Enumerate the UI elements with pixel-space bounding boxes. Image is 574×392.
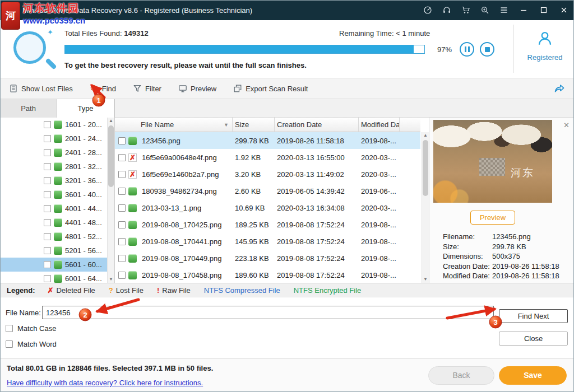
toolbar-button-find[interactable]: Find xyxy=(90,84,116,93)
item-checkbox[interactable] xyxy=(44,177,51,184)
row-checkbox[interactable] xyxy=(118,255,126,262)
file-icon xyxy=(128,237,138,246)
tree-item[interactable]: 1601 - 20... xyxy=(0,118,114,132)
item-checkbox[interactable] xyxy=(44,149,51,156)
stop-icon xyxy=(485,47,490,52)
item-checkbox[interactable] xyxy=(44,261,51,268)
detail-label: Modified Date: xyxy=(443,271,492,281)
tree-item[interactable]: 2401 - 28... xyxy=(0,146,114,160)
column-file-name[interactable]: File Name▼ xyxy=(138,118,233,132)
row-checkbox[interactable] xyxy=(118,137,126,144)
registered-account[interactable]: Registered xyxy=(520,30,570,62)
scroll-up-arrow[interactable]: ▲ xyxy=(422,132,429,139)
support-headset-icon[interactable] xyxy=(437,0,456,20)
item-checkbox[interactable] xyxy=(44,205,51,212)
file-modified: 2020-03-... xyxy=(359,153,400,162)
column-modified-date[interactable]: Modified Dat... xyxy=(359,118,400,132)
column-size[interactable]: Size xyxy=(233,118,275,132)
scrollbar-thumb[interactable] xyxy=(423,140,428,196)
tree-item-label: 5601 - 60... xyxy=(65,260,102,269)
item-checkbox[interactable] xyxy=(44,247,51,254)
maximize-button[interactable] xyxy=(534,0,554,20)
tree-item[interactable]: 2001 - 24... xyxy=(0,132,114,146)
file-created: 2019-08-08 17:52:24 xyxy=(275,221,359,229)
item-checkbox[interactable] xyxy=(44,219,51,226)
file-type-icon xyxy=(54,260,62,269)
menu-icon[interactable] xyxy=(494,0,513,20)
table-row[interactable]: ✗ 16f5e69e1460b2a7.png 3.20 KB 2020-03-1… xyxy=(115,166,420,183)
tree-item[interactable]: 5201 - 56... xyxy=(0,244,114,258)
tree-scrollbar[interactable]: ▲ ▼ xyxy=(107,118,114,283)
table-row[interactable]: 2019-08-08_170425.png 189.25 KB 2019-08-… xyxy=(115,216,420,233)
detail-row: Creation Date: 2019-08-26 11:58:18 xyxy=(443,262,571,272)
table-row[interactable]: 180938_94862734.png 2.60 KB 2019-06-05 1… xyxy=(115,183,420,199)
item-checkbox[interactable] xyxy=(44,163,51,170)
tree-item[interactable]: 6001 - 64... xyxy=(0,272,114,283)
preview-close-icon[interactable]: ✕ xyxy=(563,121,570,129)
show-lost-files-icon xyxy=(9,84,18,93)
progress-fill xyxy=(65,45,414,53)
item-checkbox[interactable] xyxy=(44,191,51,198)
item-checkbox[interactable] xyxy=(44,233,51,240)
share-icon[interactable] xyxy=(554,83,566,95)
row-checkbox[interactable] xyxy=(118,171,126,178)
toolbar-button-export-scan-result[interactable]: Export Scan Result xyxy=(233,84,308,93)
item-checkbox[interactable] xyxy=(44,275,51,282)
tree-item[interactable]: 3201 - 36... xyxy=(0,174,114,188)
table-row[interactable]: 2013-03-13_1.png 10.69 KB 2020-03-13 16:… xyxy=(115,199,420,216)
preview-icon xyxy=(178,84,187,93)
scroll-up-arrow[interactable]: ▲ xyxy=(108,118,114,124)
close-find-button[interactable]: Close xyxy=(499,332,568,346)
tree-item[interactable]: 4801 - 52... xyxy=(0,230,114,244)
match-word-checkbox[interactable] xyxy=(6,340,13,348)
close-button[interactable] xyxy=(554,0,574,20)
table-row[interactable]: ✗ 16f5e69a00648e4f.png 1.92 KB 2020-03-1… xyxy=(115,149,420,166)
table-row[interactable]: 2019-08-08_170441.png 145.95 KB 2019-08-… xyxy=(115,233,420,250)
row-checkbox[interactable] xyxy=(118,272,126,279)
table-row[interactable]: 2019-08-08_170458.png 189.60 KB 2019-08-… xyxy=(115,267,420,283)
back-button[interactable]: Back xyxy=(428,366,494,385)
help-link[interactable]: Have difficulty with data recovery? Clic… xyxy=(7,379,203,387)
column-creation-date[interactable]: Creation Date xyxy=(275,118,359,132)
tree-item[interactable]: 5601 - 60... xyxy=(0,258,114,272)
scroll-down-arrow[interactable]: ▼ xyxy=(108,276,114,283)
row-checkbox[interactable] xyxy=(118,204,126,212)
file-name: 180938_94862734.png xyxy=(138,187,233,195)
row-checkbox[interactable] xyxy=(118,188,126,195)
minimize-button[interactable] xyxy=(513,0,534,20)
find-next-button[interactable]: Find Next xyxy=(499,309,568,323)
detail-row: Modified Date: 2019-08-26 11:58:18 xyxy=(443,271,571,281)
tree-item[interactable]: 4001 - 44... xyxy=(0,202,114,216)
item-checkbox[interactable] xyxy=(44,135,51,142)
row-checkbox[interactable] xyxy=(118,221,126,228)
file-rows: 123456.png 299.78 KB 2019-08-26 11:58:18… xyxy=(115,132,420,283)
item-checkbox[interactable] xyxy=(44,121,51,128)
pause-scan-button[interactable] xyxy=(460,42,474,57)
row-checkbox[interactable] xyxy=(118,154,126,161)
file-name: 16f5e69a00648e4f.png xyxy=(138,153,233,162)
tree-item[interactable]: 4401 - 48... xyxy=(0,216,114,230)
toolbar-button-preview[interactable]: Preview xyxy=(178,84,216,93)
cart-icon[interactable] xyxy=(456,0,475,20)
row-checkbox[interactable] xyxy=(118,238,126,245)
toolbar-button-show-lost-files[interactable]: Show Lost Files xyxy=(9,84,73,93)
file-name-input[interactable] xyxy=(42,306,494,319)
match-case-checkbox[interactable] xyxy=(6,325,13,332)
tree-item[interactable]: 3601 - 40... xyxy=(0,188,114,202)
preview-button[interactable]: Preview xyxy=(470,211,515,225)
tab-type[interactable]: Type xyxy=(57,99,114,118)
performance-icon[interactable] xyxy=(418,0,437,20)
zoom-icon[interactable] xyxy=(475,0,494,20)
file-created: 2019-08-08 17:52:24 xyxy=(275,271,359,279)
tree-item[interactable]: 2801 - 32... xyxy=(0,160,114,174)
table-scrollbar[interactable]: ▲ ▼ xyxy=(422,132,429,283)
tab-path[interactable]: Path xyxy=(0,99,57,118)
table-row[interactable]: 123456.png 299.78 KB 2019-08-26 11:58:18… xyxy=(115,132,420,149)
scroll-down-arrow[interactable]: ▼ xyxy=(422,276,429,283)
type-tree-panel: 1601 - 20... 2001 - 24... 2401 - 28... 2… xyxy=(0,118,115,283)
stop-scan-button[interactable] xyxy=(480,42,494,57)
save-button[interactable]: Save xyxy=(499,366,567,385)
table-row[interactable]: 2019-08-08_170449.png 223.18 KB 2019-08-… xyxy=(115,250,420,267)
toolbar-button-filter[interactable]: Filter xyxy=(133,84,161,93)
scrollbar-thumb[interactable] xyxy=(108,125,114,187)
